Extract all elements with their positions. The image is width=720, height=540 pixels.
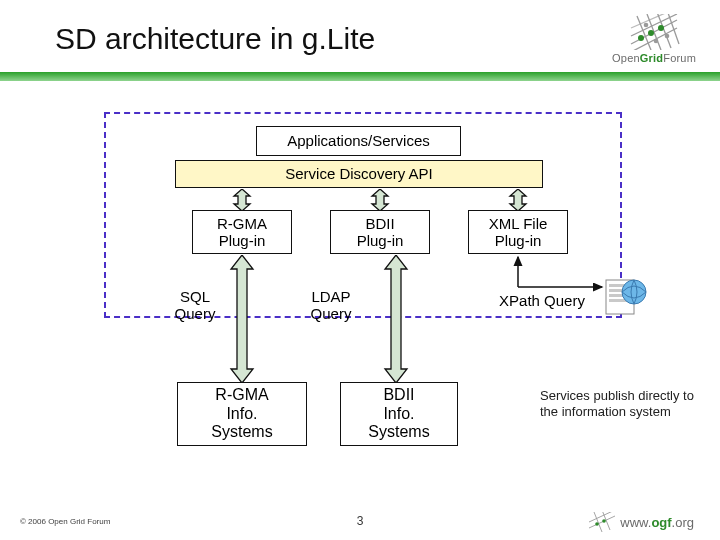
box-rgma-info-label: R-GMAInfo.Systems: [211, 386, 272, 441]
svg-point-32: [603, 519, 607, 523]
svg-point-11: [644, 23, 649, 28]
double-arrow-api-bdii: [370, 189, 390, 211]
slide: SD architecture in g.Lite OpenGridForum …: [0, 0, 720, 540]
box-xml-file-plugin: XML FilePlug-in: [468, 210, 568, 254]
logo-word-forum: Forum: [663, 52, 696, 64]
svg-marker-16: [510, 189, 526, 211]
url-suffix: .org: [672, 515, 694, 530]
svg-point-31: [596, 522, 600, 526]
logo-bottom-text: www.ogf.org: [620, 515, 694, 530]
slide-title: SD architecture in g.Lite: [55, 22, 375, 56]
box-rgma-plugin: R-GMAPlug-in: [192, 210, 292, 254]
svg-point-26: [622, 280, 646, 304]
logo-top-text: OpenGridForum: [612, 52, 696, 64]
label-ldap-query: LDAPQuery: [296, 288, 366, 323]
url-bold: ogf: [651, 515, 671, 530]
logo-top: OpenGridForum: [612, 14, 696, 64]
label-sql-query: SQLQuery: [160, 288, 230, 323]
svg-point-8: [638, 35, 644, 41]
svg-line-27: [589, 516, 615, 528]
logo-bottom: www.ogf.org: [588, 512, 694, 532]
double-arrow-bdii-info: [382, 255, 410, 383]
double-arrow-api-rgma: [232, 189, 252, 211]
page-number: 3: [357, 514, 364, 528]
svg-marker-15: [372, 189, 388, 211]
box-rgma-info-systems: R-GMAInfo.Systems: [177, 382, 307, 446]
svg-line-6: [657, 14, 671, 48]
box-bdii-plugin-label: BDIIPlug-in: [357, 215, 404, 250]
svg-point-12: [654, 39, 659, 44]
box-applications: Applications/Services: [256, 126, 461, 156]
box-bdii-plugin: BDIIPlug-in: [330, 210, 430, 254]
double-arrow-rgma-info: [228, 255, 256, 383]
svg-marker-17: [231, 255, 253, 383]
svg-marker-18: [385, 255, 407, 383]
svg-line-2: [631, 14, 677, 28]
footer: © 2006 Open Grid Forum 3 www.ogf.org: [0, 506, 720, 540]
svg-point-9: [648, 30, 654, 36]
svg-point-10: [658, 25, 664, 31]
box-bdii-info-label: BDIIInfo.Systems: [368, 386, 429, 441]
grid-forum-small-icon: [588, 512, 616, 532]
divider-green-bar: [0, 72, 720, 81]
double-arrow-api-xml: [508, 189, 528, 211]
logo-word-grid: Grid: [640, 52, 663, 64]
box-applications-label: Applications/Services: [287, 132, 430, 149]
box-rgma-plugin-label: R-GMAPlug-in: [217, 215, 267, 250]
svg-point-13: [665, 34, 670, 39]
url-prefix: www.: [620, 515, 651, 530]
box-xml-plugin-label: XML FilePlug-in: [489, 215, 548, 250]
svg-line-29: [594, 512, 602, 532]
box-bdii-info-systems: BDIIInfo.Systems: [340, 382, 458, 446]
svg-marker-14: [234, 189, 250, 211]
logo-word-open: Open: [612, 52, 640, 64]
box-service-discovery-api: Service Discovery API: [175, 160, 543, 188]
arrow-xml-to-file: [510, 255, 610, 295]
grid-forum-icon: [627, 14, 681, 50]
svg-line-28: [589, 512, 615, 522]
box-api-label: Service Discovery API: [285, 165, 433, 182]
xml-file-icon: [604, 276, 648, 316]
caption-services-publish: Services publish directly to the informa…: [540, 388, 700, 421]
copyright-text: © 2006 Open Grid Forum: [20, 517, 110, 526]
